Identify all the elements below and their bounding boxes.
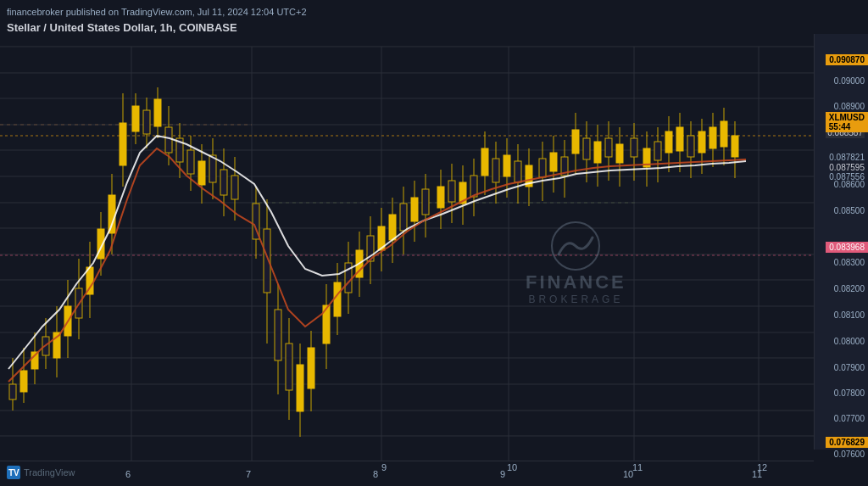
svg-rect-108 (470, 176, 477, 197)
price-label-089: 0.08900 (834, 102, 865, 111)
price-label-078: 0.07800 (834, 388, 865, 398)
svg-rect-62 (198, 161, 205, 185)
time-axis-extra: 9 10 11 12 (0, 462, 814, 479)
ticker-badge: XLMUSD 55:44 (826, 112, 868, 132)
svg-text:TV: TV (8, 468, 19, 478)
svg-rect-76 (286, 344, 292, 390)
svg-rect-80 (308, 348, 314, 388)
svg-rect-148 (698, 131, 705, 153)
svg-rect-144 (676, 127, 683, 151)
time-9: 9 (381, 462, 387, 472)
pink-price-badge: 0.083968 (826, 242, 868, 253)
svg-rect-94 (389, 215, 396, 240)
chart-header: financebroker published on TradingView.c… (7, 7, 307, 17)
svg-rect-104 (448, 181, 455, 202)
price-label-081: 0.08100 (834, 310, 865, 320)
svg-rect-154 (732, 136, 738, 157)
price-chart (0, 34, 814, 475)
chart-container: financebroker published on TradingView.c… (0, 0, 868, 486)
tv-logo-icon: TV (7, 466, 20, 479)
svg-rect-142 (665, 131, 672, 153)
svg-rect-136 (631, 138, 637, 157)
svg-rect-126 (572, 130, 579, 154)
svg-rect-116 (515, 161, 521, 182)
svg-rect-66 (220, 170, 227, 195)
svg-rect-96 (400, 204, 407, 231)
svg-rect-28 (9, 384, 16, 399)
watermark-text: FINANCE (526, 271, 626, 293)
svg-rect-52 (143, 110, 150, 134)
time-11: 11 (632, 462, 643, 472)
svg-rect-68 (231, 176, 238, 199)
svg-rect-114 (504, 155, 510, 176)
svg-rect-146 (687, 136, 694, 157)
price-label-082: 0.08200 (834, 284, 865, 293)
svg-rect-98 (411, 198, 418, 221)
price-axis: 0.090870 XLMUSD 55:44 0.09000 0.08900 0.… (814, 34, 868, 450)
time-12: 12 (757, 462, 767, 472)
watermark: FINANCE BROKERAGE (526, 221, 626, 305)
price-label-ma: 0.087821 (829, 153, 865, 162)
high-price-badge: 0.090870 (826, 54, 868, 65)
svg-rect-140 (654, 142, 661, 160)
price-label-1: 0.087595 (829, 163, 865, 172)
svg-rect-150 (709, 127, 716, 148)
svg-rect-120 (539, 159, 546, 177)
svg-rect-74 (275, 310, 281, 360)
svg-rect-110 (481, 148, 488, 176)
svg-rect-56 (165, 127, 172, 153)
svg-rect-84 (334, 282, 341, 316)
price-label-079: 0.07900 (834, 363, 865, 372)
price-label-090: 0.09000 (834, 76, 865, 86)
svg-rect-128 (583, 138, 590, 159)
watermark-sub: BROKERAGE (528, 293, 623, 305)
publisher-info: financebroker published on TradingView.c… (7, 7, 307, 17)
svg-rect-122 (550, 153, 557, 171)
svg-rect-54 (154, 99, 161, 126)
svg-rect-130 (594, 142, 601, 163)
price-label-076: 0.07600 (834, 450, 865, 459)
low-price-badge: 0.076829 (826, 437, 868, 448)
tv-logo-text: TradingView (24, 467, 75, 478)
svg-rect-134 (616, 144, 623, 163)
tradingview-logo: TV TradingView (7, 466, 75, 479)
svg-rect-152 (721, 121, 727, 147)
svg-rect-78 (297, 365, 303, 411)
svg-rect-30 (20, 371, 27, 392)
svg-rect-112 (492, 159, 499, 182)
svg-rect-60 (187, 150, 194, 174)
price-label-085: 0.08500 (834, 206, 865, 215)
svg-rect-100 (422, 189, 429, 215)
svg-rect-46 (108, 195, 115, 233)
svg-rect-50 (132, 106, 139, 131)
price-label-080: 0.08000 (834, 337, 865, 346)
watermark-logo-icon (550, 221, 601, 271)
chart-title: Stellar / United States Dollar, 1h, COIN… (7, 21, 237, 34)
time-10: 10 (507, 462, 517, 472)
svg-rect-132 (605, 138, 612, 157)
svg-rect-102 (437, 187, 444, 208)
price-label-083: 0.08300 (834, 258, 865, 267)
svg-rect-48 (120, 123, 126, 165)
price-label-077: 0.07700 (834, 414, 865, 423)
price-label-086: 0.08600 (834, 180, 865, 189)
